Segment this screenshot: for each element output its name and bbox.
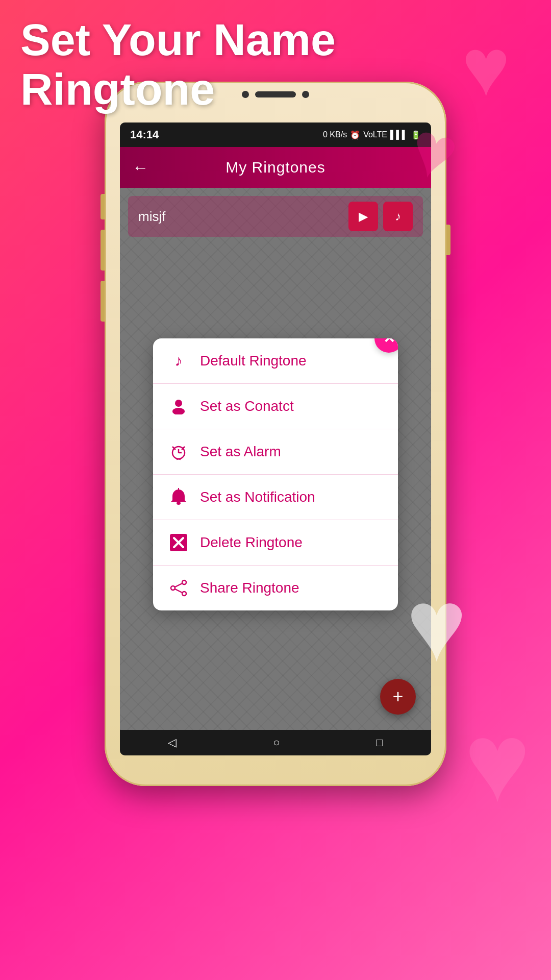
menu-label-alarm: Set as Alarm xyxy=(200,444,281,460)
status-icons: 0 KB/s ⏰ VoLTE ▌▌▌ 🔋 xyxy=(323,130,421,140)
nav-back-button[interactable]: ◁ xyxy=(168,736,177,749)
data-speed: 0 KB/s xyxy=(323,130,347,139)
menu-item-delete[interactable]: Delete Ringtone xyxy=(153,520,398,566)
menu-label-contact: Set as Conatct xyxy=(200,398,294,414)
phone-heart-decoration: ♥ xyxy=(400,103,467,200)
menu-label-delete: Delete Ringtone xyxy=(200,534,303,551)
share-icon xyxy=(167,577,190,599)
svg-line-7 xyxy=(177,459,179,459)
menu-item-default-ringtone[interactable]: ♪ Default Ringtone xyxy=(153,338,398,384)
menu-label-default: Default Ringtone xyxy=(200,353,307,369)
volume-up-button xyxy=(101,230,105,271)
network-type: VoLTE xyxy=(363,130,387,139)
svg-point-0 xyxy=(175,400,182,407)
music-note-icon: ♪ xyxy=(167,350,190,372)
bell-icon xyxy=(167,486,190,508)
context-menu-overlay: ✕ ♪ Default Ringtone xyxy=(120,188,431,730)
svg-point-16 xyxy=(182,592,186,596)
signal-icon: ▌▌▌ xyxy=(390,130,408,139)
alarm-icon: ⏰ xyxy=(350,130,360,140)
app-title: Set Your Name Ringtone xyxy=(20,15,531,114)
svg-point-9 xyxy=(177,502,181,505)
menu-label-share: Share Ringtone xyxy=(200,580,299,596)
svg-point-14 xyxy=(182,580,186,584)
svg-line-17 xyxy=(175,583,182,587)
svg-line-8 xyxy=(179,459,181,459)
alarm-clock-icon xyxy=(167,440,190,463)
delete-icon xyxy=(167,531,190,554)
header-title: My Ringtones xyxy=(226,159,325,176)
menu-item-set-alarm[interactable]: Set as Alarm xyxy=(153,429,398,475)
context-menu: ✕ ♪ Default Ringtone xyxy=(153,338,398,610)
phone-screen: 14:14 0 KB/s ⏰ VoLTE ▌▌▌ 🔋 ← My Ringtone… xyxy=(120,122,431,755)
power-button xyxy=(446,225,450,255)
nav-home-button[interactable]: ○ xyxy=(273,736,280,749)
menu-item-share[interactable]: Share Ringtone xyxy=(153,566,398,610)
app-header: ← My Ringtones xyxy=(120,147,431,188)
back-button[interactable]: ← xyxy=(132,158,148,177)
add-icon: + xyxy=(392,686,403,707)
close-icon: ✕ xyxy=(383,338,395,347)
bg-heart-2: ♥ xyxy=(464,698,531,827)
svg-line-18 xyxy=(175,589,182,593)
phone-frame: 14:14 0 KB/s ⏰ VoLTE ▌▌▌ 🔋 ← My Ringtone… xyxy=(105,82,446,786)
menu-item-set-contact[interactable]: Set as Conatct xyxy=(153,384,398,429)
content-area: misjf ▶ ♪ ✕ xyxy=(120,188,431,730)
menu-label-notification: Set as Notification xyxy=(200,489,315,505)
nav-recent-button[interactable]: □ xyxy=(376,736,383,749)
bottom-nav: ◁ ○ □ xyxy=(120,730,431,755)
person-icon xyxy=(167,395,190,418)
status-bar: 14:14 0 KB/s ⏰ VoLTE ▌▌▌ 🔋 xyxy=(120,122,431,147)
fab-add-button[interactable]: + xyxy=(380,679,416,715)
volume-down-button xyxy=(101,281,105,322)
silent-button xyxy=(101,194,105,219)
svg-point-1 xyxy=(172,408,185,414)
menu-item-set-notification[interactable]: Set as Notification xyxy=(153,475,398,520)
svg-point-15 xyxy=(171,586,175,590)
phone-heart-white: ♥ xyxy=(406,567,467,684)
status-time: 14:14 xyxy=(130,128,159,141)
